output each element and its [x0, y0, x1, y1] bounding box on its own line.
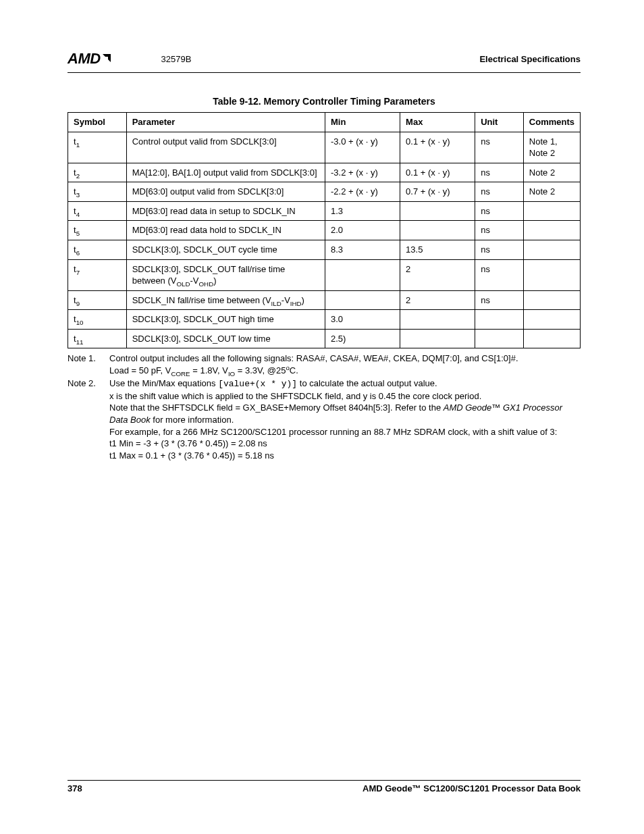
cell-max: 0.7 + (x · y) [400, 182, 475, 202]
cell-parameter: MA[12:0], BA[1.0] output valid from SDCL… [126, 163, 325, 182]
cell-symbol: t5 [68, 221, 127, 240]
cell-comments [523, 201, 580, 221]
th-parameter: Parameter [126, 113, 325, 132]
book-title: AMD Geode™ SC1200/SC1201 Processor Data … [363, 783, 581, 793]
cell-comments [523, 290, 580, 310]
cell-unit: ns [475, 221, 524, 240]
cell-unit [475, 310, 524, 330]
cell-comments [523, 259, 580, 290]
cell-min: 3.0 [325, 310, 400, 330]
cell-symbol: t7 [68, 259, 127, 290]
th-symbol: Symbol [68, 113, 127, 132]
cell-min: 8.3 [325, 240, 400, 260]
note-1-label: Note 1. [68, 353, 103, 376]
table-title: Table 9-12. Memory Controller Timing Par… [68, 96, 581, 107]
cell-max [400, 310, 475, 330]
cell-min [325, 259, 400, 290]
note-2-code: [value+(x * y)] [218, 379, 297, 389]
th-comments: Comments [523, 113, 580, 132]
note-2-body: Use the Min/Max equations [value+(x * y)… [109, 377, 581, 461]
cell-max: 0.1 + (x · y) [400, 132, 475, 163]
note-2-line-2: x is the shift value which is applied to… [109, 391, 481, 401]
cell-comments [523, 240, 580, 260]
th-unit: Unit [475, 113, 524, 132]
cell-symbol: t11 [68, 329, 127, 348]
table-row: t10SDCLK[3:0], SDCLK_OUT high time3.0 [68, 310, 581, 330]
timing-parameters-table: Symbol Parameter Min Max Unit Comments t… [68, 112, 581, 348]
table-row: t7SDCLK[3:0], SDCLK_OUT fall/rise time b… [68, 259, 581, 290]
table-row: t9SDCLK_IN fall/rise time between (VILD-… [68, 290, 581, 310]
table-row: t5MD[63:0] read data hold to SDCLK_IN2.0… [68, 221, 581, 240]
note-1-line-2: Load = 50 pF, VCORE = 1.8V, VIO = 3.3V, … [109, 365, 298, 375]
amd-logo: AMD [68, 50, 114, 68]
note-2-label: Note 2. [68, 377, 103, 461]
cell-min: 2.0 [325, 221, 400, 240]
cell-parameter: MD[63:0] output valid from SDCLK[3:0] [126, 182, 325, 202]
cell-min: 1.3 [325, 201, 400, 221]
section-title: Electrical Specifications [479, 54, 581, 64]
table-row: t6SDCLK[3:0], SDCLK_OUT cycle time8.313.… [68, 240, 581, 260]
cell-comments: Note 1, Note 2 [523, 132, 580, 163]
cell-symbol: t10 [68, 310, 127, 330]
cell-max: 2 [400, 290, 475, 310]
cell-symbol: t6 [68, 240, 127, 260]
table-header-row: Symbol Parameter Min Max Unit Comments [68, 113, 581, 132]
cell-comments [523, 221, 580, 240]
cell-max: 2 [400, 259, 475, 290]
note-2-line-6: t1 Max = 0.1 + (3 * (3.76 * 0.45)) = 5.1… [109, 450, 274, 461]
page: AMD 32579B Electrical Specifications Tab… [0, 0, 644, 834]
cell-parameter: SDCLK[3:0], SDCLK_OUT high time [126, 310, 325, 330]
cell-symbol: t9 [68, 290, 127, 310]
cell-comments [523, 310, 580, 330]
note-2: Note 2. Use the Min/Max equations [value… [68, 377, 581, 461]
cell-max [400, 221, 475, 240]
amd-arrow-icon [101, 51, 114, 68]
note-2-line-1-post: to calculate the actual output value. [297, 378, 437, 388]
cell-parameter: SDCLK[3:0], SDCLK_OUT fall/rise time bet… [126, 259, 325, 290]
note-2-line-4: For example, for a 266 MHz SC1200/SC1201… [109, 427, 557, 437]
cell-max [400, 329, 475, 348]
table-row: t1Control output valid from SDCLK[3:0]-3… [68, 132, 581, 163]
cell-max [400, 201, 475, 221]
cell-min: -3.0 + (x · y) [325, 132, 400, 163]
cell-unit: ns [475, 163, 524, 182]
cell-min: -2.2 + (x · y) [325, 182, 400, 202]
cell-symbol: t2 [68, 163, 127, 182]
logo-text: AMD [68, 50, 101, 67]
cell-parameter: SDCLK_IN fall/rise time between (VILD-VI… [126, 290, 325, 310]
note-1: Note 1. Control output includes all the … [68, 353, 581, 376]
note-2-line-3-post: for more information. [151, 415, 234, 425]
cell-min [325, 290, 400, 310]
cell-unit: ns [475, 290, 524, 310]
note-2-line-3-pre: Note that the SHFTSDCLK field = GX_BASE+… [109, 402, 444, 413]
cell-min: 2.5) [325, 329, 400, 348]
cell-max: 13.5 [400, 240, 475, 260]
cell-min: -3.2 + (x · y) [325, 163, 400, 182]
table-body: t1Control output valid from SDCLK[3:0]-3… [68, 132, 581, 348]
cell-unit: ns [475, 132, 524, 163]
table-row: t11SDCLK[3:0], SDCLK_OUT low time2.5) [68, 329, 581, 348]
doc-id: 32579B [161, 54, 192, 64]
table-row: t2MA[12:0], BA[1.0] output valid from SD… [68, 163, 581, 182]
cell-symbol: t3 [68, 182, 127, 202]
note-1-line-1: Control output includes all the followin… [109, 353, 518, 363]
cell-parameter: Control output valid from SDCLK[3:0] [126, 132, 325, 163]
table-row: t4MD[63:0] read data in setup to SDCLK_I… [68, 201, 581, 221]
cell-parameter: MD[63:0] read data in setup to SDCLK_IN [126, 201, 325, 221]
cell-unit [475, 329, 524, 348]
cell-comments [523, 329, 580, 348]
page-header: AMD 32579B Electrical Specifications [68, 50, 581, 73]
th-min: Min [325, 113, 400, 132]
cell-max: 0.1 + (x · y) [400, 163, 475, 182]
th-max: Max [400, 113, 475, 132]
table-row: t3MD[63:0] output valid from SDCLK[3:0]-… [68, 182, 581, 202]
cell-symbol: t1 [68, 132, 127, 163]
note-1-body: Control output includes all the followin… [109, 353, 581, 376]
cell-symbol: t4 [68, 201, 127, 221]
cell-unit: ns [475, 182, 524, 202]
note-2-line-1-pre: Use the Min/Max equations [109, 378, 218, 388]
cell-parameter: MD[63:0] read data hold to SDCLK_IN [126, 221, 325, 240]
note-2-line-5: t1 Min = -3 + (3 * (3.76 * 0.45)) = 2.08… [109, 438, 267, 448]
cell-unit: ns [475, 201, 524, 221]
page-footer: 378 AMD Geode™ SC1200/SC1201 Processor D… [68, 780, 581, 793]
